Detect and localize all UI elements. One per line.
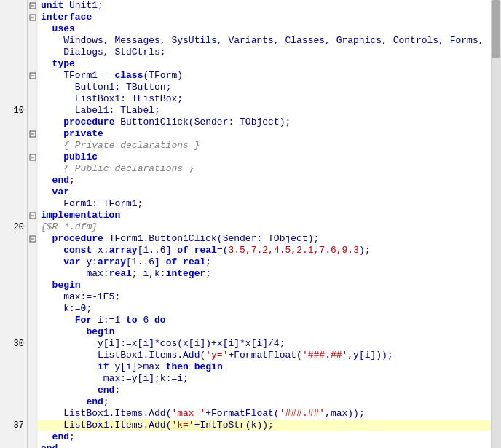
fold-marker[interactable] — [28, 315, 38, 326]
line-number — [0, 408, 28, 420]
fold-marker[interactable] — [28, 233, 38, 245]
table-row: implementation — [0, 210, 491, 221]
fold-marker[interactable] — [28, 128, 38, 140]
fold-marker[interactable] — [28, 93, 38, 105]
table-row: uses — [0, 23, 491, 35]
fold-marker[interactable] — [28, 163, 38, 175]
table-row: end; — [0, 175, 491, 186]
fold-marker[interactable] — [28, 58, 38, 70]
line-number — [0, 163, 28, 175]
code-content: k:=0; — [38, 303, 491, 315]
fold-marker[interactable] — [28, 152, 38, 163]
fold-marker[interactable] — [28, 373, 38, 385]
scrollbar-thumb[interactable] — [492, 0, 500, 58]
line-number — [0, 175, 28, 186]
code-content: end; — [38, 385, 491, 396]
fold-marker[interactable] — [28, 280, 38, 291]
line-number — [0, 93, 28, 105]
code-content: private — [38, 128, 491, 140]
line-number — [0, 245, 28, 256]
line-number — [0, 233, 28, 245]
table-row: ListBox1.Items.Add('y='+FormatFloat('###… — [0, 350, 491, 361]
table-row: var y:array[1..6] of real; — [0, 256, 491, 268]
code-content: var y:array[1..6] of real; — [38, 256, 491, 268]
fold-marker[interactable] — [28, 385, 38, 396]
fold-marker[interactable] — [28, 268, 38, 280]
code-content: TForm1 = class(TForm) — [38, 70, 491, 82]
fold-marker[interactable] — [28, 291, 38, 303]
code-editor: unit Unit1;interface uses Windows, Messa… — [0, 0, 501, 448]
vertical-scrollbar[interactable] — [491, 0, 501, 448]
fold-marker[interactable] — [28, 23, 38, 35]
table-row: public — [0, 152, 491, 163]
table-row: end; — [0, 396, 491, 408]
fold-marker[interactable] — [28, 210, 38, 221]
fold-marker[interactable] — [28, 303, 38, 315]
fold-marker[interactable] — [28, 420, 38, 431]
code-content: uses — [38, 23, 491, 35]
table-row: begin — [0, 326, 491, 338]
code-content: Form1: TForm1; — [38, 198, 491, 210]
fold-marker[interactable] — [28, 245, 38, 256]
fold-marker[interactable] — [28, 186, 38, 198]
table-row: unit Unit1; — [0, 0, 491, 12]
line-number: 20 — [0, 221, 28, 233]
line-number — [0, 280, 28, 291]
table-row: 20{$R *.dfm} — [0, 221, 491, 233]
line-number — [0, 140, 28, 152]
fold-marker[interactable] — [28, 82, 38, 93]
fold-marker[interactable] — [28, 256, 38, 268]
line-number — [0, 326, 28, 338]
code-content: Button1: TButton; — [38, 82, 491, 93]
fold-marker[interactable] — [28, 198, 38, 210]
code-content: ListBox1.Items.Add('k='+IntToStr(k)); — [38, 420, 491, 431]
table-row: Windows, Messages, SysUtils, Variants, C… — [0, 35, 491, 47]
line-number — [0, 70, 28, 82]
line-number: 37 — [0, 420, 28, 431]
code-content: end; — [38, 175, 491, 186]
line-number — [0, 291, 28, 303]
table-row: procedure Button1Click(Sender: TObject); — [0, 117, 491, 128]
table-row: ListBox1: TListBox; — [0, 93, 491, 105]
table-row: end; — [0, 385, 491, 396]
code-rows: unit Unit1;interface uses Windows, Messa… — [0, 0, 491, 448]
line-number — [0, 82, 28, 93]
fold-marker[interactable] — [28, 431, 38, 443]
fold-marker[interactable] — [28, 396, 38, 408]
fold-marker[interactable] — [28, 350, 38, 361]
table-row: if y[i]>max then begin — [0, 361, 491, 373]
table-row: private — [0, 128, 491, 140]
line-number — [0, 256, 28, 268]
fold-marker[interactable] — [28, 140, 38, 152]
fold-marker[interactable] — [28, 338, 38, 350]
fold-marker[interactable] — [28, 35, 38, 47]
code-content: end; — [38, 396, 491, 408]
line-number — [0, 396, 28, 408]
table-row: 37 ListBox1.Items.Add('k='+IntToStr(k)); — [0, 420, 491, 431]
code-content: end. — [38, 443, 491, 448]
fold-marker[interactable] — [28, 47, 38, 58]
code-content: {$R *.dfm} — [38, 221, 491, 233]
line-number — [0, 385, 28, 396]
line-number — [0, 361, 28, 373]
line-number — [0, 12, 28, 23]
fold-marker[interactable] — [28, 326, 38, 338]
table-row: Button1: TButton; — [0, 82, 491, 93]
fold-marker[interactable] — [28, 105, 38, 117]
table-row: Form1: TForm1; — [0, 198, 491, 210]
fold-marker[interactable] — [28, 0, 38, 12]
code-content: y[i]:=x[i]*cos(x[i])+x[i]*x[i]/4; — [38, 338, 491, 350]
table-row: k:=0; — [0, 303, 491, 315]
line-number — [0, 268, 28, 280]
line-number — [0, 198, 28, 210]
line-number: 10 — [0, 105, 28, 117]
fold-marker[interactable] — [28, 117, 38, 128]
fold-marker[interactable] — [28, 361, 38, 373]
fold-marker[interactable] — [28, 12, 38, 23]
fold-marker[interactable] — [28, 70, 38, 82]
fold-marker[interactable] — [28, 221, 38, 233]
fold-marker[interactable] — [28, 175, 38, 186]
fold-marker[interactable] — [28, 443, 38, 448]
table-row: { Private declarations } — [0, 140, 491, 152]
fold-marker[interactable] — [28, 408, 38, 420]
